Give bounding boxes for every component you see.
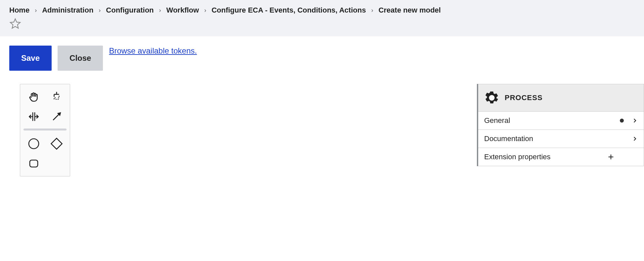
create-start-event-icon[interactable] bbox=[26, 136, 42, 152]
palette-empty-slot bbox=[49, 156, 65, 171]
breadcrumb: Home › Administration › Configuration › … bbox=[9, 6, 635, 15]
chevron-right-icon bbox=[632, 136, 638, 142]
star-outline-icon[interactable] bbox=[9, 18, 635, 30]
panel-title: PROCESS bbox=[505, 93, 543, 102]
svg-rect-11 bbox=[51, 138, 62, 149]
close-button[interactable]: Close bbox=[58, 46, 103, 71]
lasso-tool-icon[interactable] bbox=[49, 89, 65, 105]
breadcrumb-home[interactable]: Home bbox=[9, 6, 29, 15]
palette-separator bbox=[23, 129, 67, 130]
svg-rect-12 bbox=[30, 160, 38, 167]
chevron-right-icon bbox=[632, 118, 638, 124]
create-task-icon[interactable] bbox=[26, 156, 42, 171]
plus-icon[interactable] bbox=[607, 153, 615, 161]
breadcrumb-workflow[interactable]: Workflow bbox=[166, 6, 199, 15]
global-connect-tool-icon[interactable] bbox=[49, 109, 65, 125]
panel-header: PROCESS bbox=[478, 84, 644, 112]
bpmn-editor: PROCESS General Documentation Extension … bbox=[0, 77, 644, 249]
breadcrumb-create-new-model[interactable]: Create new model bbox=[379, 6, 441, 15]
chevron-right-icon: › bbox=[159, 7, 161, 14]
panel-section-label: Documentation bbox=[484, 134, 533, 143]
panel-section-label: General bbox=[484, 116, 510, 125]
breadcrumb-configuration[interactable]: Configuration bbox=[106, 6, 154, 15]
svg-marker-0 bbox=[10, 19, 20, 28]
properties-panel: PROCESS General Documentation Extension … bbox=[477, 84, 644, 166]
chevron-right-icon: › bbox=[204, 7, 206, 14]
tool-palette bbox=[20, 84, 70, 176]
space-tool-icon[interactable] bbox=[26, 109, 42, 125]
chevron-right-icon: › bbox=[99, 7, 101, 14]
panel-section-documentation[interactable]: Documentation bbox=[478, 130, 644, 148]
browse-tokens-link[interactable]: Browse available tokens. bbox=[109, 46, 197, 56]
hand-tool-icon[interactable] bbox=[26, 89, 42, 105]
svg-line-8 bbox=[53, 114, 59, 120]
panel-section-extension-properties[interactable]: Extension properties bbox=[478, 148, 644, 166]
chevron-right-icon: › bbox=[371, 7, 373, 14]
process-gear-icon bbox=[484, 90, 499, 105]
svg-point-10 bbox=[29, 139, 39, 149]
panel-section-general[interactable]: General bbox=[478, 112, 644, 130]
panel-section-label: Extension properties bbox=[484, 153, 551, 161]
header-region: Home › Administration › Configuration › … bbox=[0, 0, 644, 36]
action-toolbar: Save Close Browse available tokens. bbox=[0, 36, 644, 71]
data-indicator-dot-icon bbox=[620, 119, 624, 123]
breadcrumb-administration[interactable]: Administration bbox=[42, 6, 93, 15]
save-button[interactable]: Save bbox=[9, 46, 52, 71]
create-gateway-icon[interactable] bbox=[49, 136, 65, 152]
chevron-right-icon: › bbox=[35, 7, 37, 14]
breadcrumb-configure-eca[interactable]: Configure ECA - Events, Conditions, Acti… bbox=[211, 6, 366, 15]
